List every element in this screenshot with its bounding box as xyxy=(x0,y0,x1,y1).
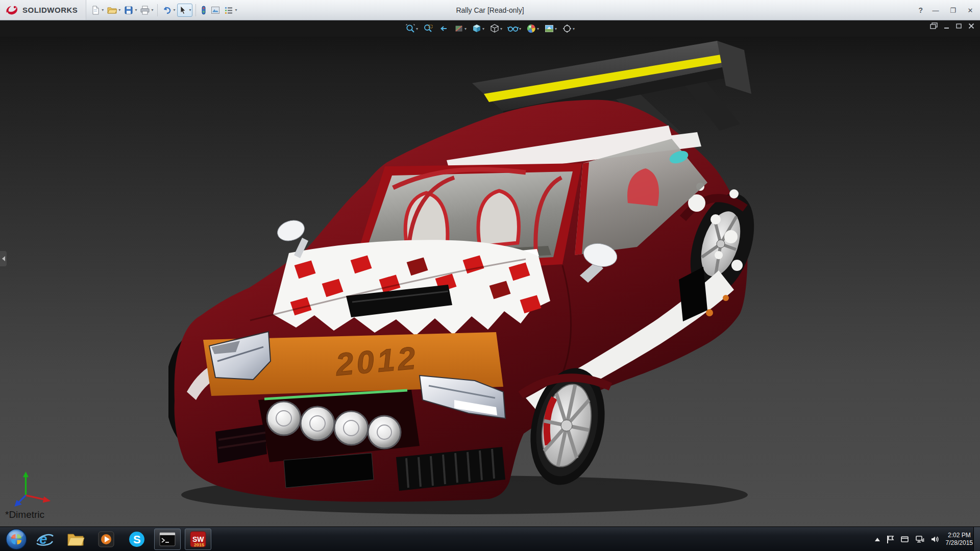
save-icon xyxy=(124,5,134,15)
view-orientation-cube-icon xyxy=(472,23,482,34)
start-button[interactable] xyxy=(3,527,30,551)
document-window-controls xyxy=(930,22,975,30)
svg-text:2015: 2015 xyxy=(194,542,204,547)
year-decal: 2012 xyxy=(334,340,420,382)
view-settings-button[interactable] xyxy=(223,4,238,17)
solidworks-logo: SOLIDWORKS xyxy=(0,0,86,20)
print-icon xyxy=(140,5,150,15)
rally-car-3d-model[interactable]: 2012 xyxy=(168,35,755,519)
x-axis-arrow xyxy=(43,496,51,503)
view-settings-icon xyxy=(562,23,572,34)
new-document-button[interactable] xyxy=(89,4,105,17)
svg-text:S: S xyxy=(133,533,141,546)
display-style-icon xyxy=(489,23,500,34)
scene-icon xyxy=(544,23,554,34)
close-doc-icon[interactable] xyxy=(968,22,975,30)
y-axis-arrow xyxy=(23,471,29,477)
hide-show-items-button[interactable] xyxy=(506,22,522,35)
wing-endplate xyxy=(717,41,751,94)
display-style-button[interactable] xyxy=(488,22,503,35)
previous-view-button[interactable] xyxy=(437,22,450,35)
reference-triad xyxy=(13,470,54,511)
cascade-windows-icon[interactable] xyxy=(930,22,938,30)
minimize-button[interactable]: — xyxy=(931,7,940,14)
previous-view-icon xyxy=(438,23,449,34)
media-player-icon xyxy=(97,531,115,548)
taskbar-app-command-prompt[interactable] xyxy=(154,529,181,550)
graphics-area[interactable]: 2012 xyxy=(0,20,980,527)
close-button[interactable]: ✕ xyxy=(966,7,975,14)
view-orientation-button[interactable] xyxy=(471,22,485,35)
new-document-icon xyxy=(90,5,101,15)
open-folder-icon xyxy=(107,5,117,15)
network-icon[interactable] xyxy=(915,535,924,543)
undo-button[interactable] xyxy=(161,4,176,17)
zoom-to-fit-icon xyxy=(405,23,415,34)
maximize-button[interactable]: ❐ xyxy=(948,7,958,14)
window-title: Rally Car [Read-only] xyxy=(456,6,524,14)
volume-icon[interactable] xyxy=(930,535,940,543)
rebuild-button[interactable] xyxy=(199,4,208,17)
glasses-icon xyxy=(507,23,519,34)
view-settings-hud-button[interactable] xyxy=(561,22,576,35)
action-center-flag-icon[interactable] xyxy=(886,535,894,544)
brand-name: SOLIDWORKS xyxy=(22,6,78,14)
undo-icon xyxy=(162,5,172,15)
show-desktop-button[interactable] xyxy=(973,527,980,551)
select-arrow-icon xyxy=(179,6,188,15)
section-view-button[interactable] xyxy=(453,22,468,35)
main-toolbar xyxy=(86,0,241,20)
skype-icon: S xyxy=(128,531,145,548)
taskbar: e S xyxy=(0,527,980,551)
featuremanager-expand-tab[interactable] xyxy=(0,251,7,266)
folder-icon xyxy=(66,531,85,547)
help-button[interactable]: ? xyxy=(918,6,923,14)
appearance-ball-icon xyxy=(526,23,536,34)
file-properties-icon xyxy=(210,5,220,15)
edit-appearance-button[interactable] xyxy=(525,22,540,35)
solidworks-logo-icon xyxy=(5,5,18,16)
solidworks-2015-icon: SW 2015 xyxy=(189,530,207,548)
title-bar: SOLIDWORKS xyxy=(0,0,980,20)
file-properties-button[interactable] xyxy=(209,4,222,17)
taskbar-app-solidworks[interactable]: SW 2015 xyxy=(185,529,211,550)
hidden-icons-chevron[interactable] xyxy=(875,538,880,541)
print-button[interactable] xyxy=(139,4,154,17)
system-tray: 2:02 PM 7/28/2015 xyxy=(875,527,973,551)
solidworks-window: SOLIDWORKS xyxy=(0,0,980,551)
clock-date: 7/28/2015 xyxy=(946,539,973,547)
select-button[interactable] xyxy=(177,4,192,17)
taskbar-apps: e S xyxy=(32,529,211,550)
windows-start-orb-icon xyxy=(5,528,28,550)
zoom-to-area-icon xyxy=(423,23,433,34)
app-window-tray-icon[interactable] xyxy=(900,535,909,543)
taskbar-app-skype[interactable]: S xyxy=(124,529,150,550)
zoom-to-area-button[interactable] xyxy=(422,22,434,35)
command-prompt-icon xyxy=(159,532,176,547)
passenger-seat xyxy=(478,191,519,246)
restore-doc-icon[interactable] xyxy=(955,22,963,30)
chevron-left-icon xyxy=(2,256,5,261)
minimize-doc-icon[interactable] xyxy=(943,22,950,30)
apply-scene-button[interactable] xyxy=(543,22,558,35)
view-orientation-label: *Dimetric xyxy=(5,509,44,520)
rebuild-icon xyxy=(200,5,207,15)
section-view-icon xyxy=(454,23,464,34)
open-button[interactable] xyxy=(106,4,121,17)
taskbar-app-internet-explorer[interactable]: e xyxy=(32,529,58,550)
list-settings-icon xyxy=(224,5,234,15)
internet-explorer-icon: e xyxy=(36,530,54,548)
save-button[interactable] xyxy=(122,4,138,17)
zoom-to-fit-button[interactable] xyxy=(404,22,419,35)
clock[interactable]: 2:02 PM 7/28/2015 xyxy=(946,532,973,547)
clock-time: 2:02 PM xyxy=(946,532,973,539)
taskbar-app-media-player[interactable] xyxy=(93,529,119,550)
taskbar-app-windows-explorer[interactable] xyxy=(62,529,89,550)
